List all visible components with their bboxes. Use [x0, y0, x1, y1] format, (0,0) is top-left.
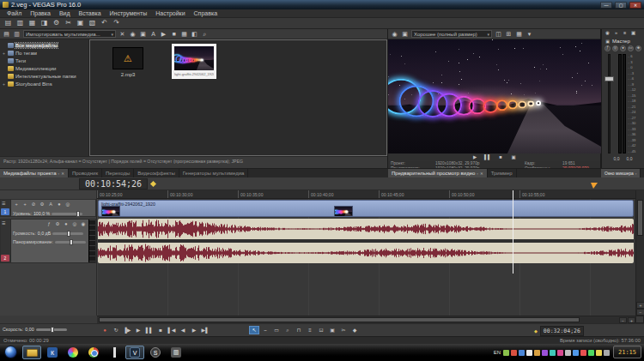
import-media-combo[interactable]: Импортировать мультимедиа... ▾ — [23, 30, 116, 38]
level-slider[interactable] — [52, 213, 82, 215]
zoom-out-time-button[interactable]: − — [619, 317, 627, 323]
tray-icon[interactable] — [573, 350, 579, 356]
zoom-out-vertical-button[interactable]: − — [636, 309, 644, 316]
previous-frame-icon[interactable]: ◀ — [178, 326, 188, 334]
record-into-icon[interactable]: ◉ — [128, 30, 137, 39]
record-icon[interactable]: ● — [100, 326, 110, 334]
next-frame-icon[interactable]: ▶ — [189, 326, 199, 334]
tray-icon[interactable] — [557, 350, 563, 356]
video-event[interactable]: light-graffiti-2942062_1920 — [98, 200, 634, 217]
zoom-preview-icon[interactable]: ⊞ — [504, 30, 513, 39]
taskbar-clock[interactable]: 21:15 — [613, 346, 641, 358]
group-icon[interactable]: ▣ — [327, 326, 337, 334]
preview-stop-icon[interactable]: ■ — [169, 30, 179, 39]
chip-fx-icon[interactable]: ƒ — [605, 45, 611, 51]
ripple-icon[interactable]: ≡ — [305, 326, 315, 334]
pin-tab-button[interactable] — [635, 171, 637, 176]
menu-item[interactable]: Настройки — [151, 9, 189, 17]
mx-list-icon[interactable]: ≡ — [621, 30, 629, 37]
mx-ff-icon[interactable]: » — [612, 30, 620, 37]
tray-icon[interactable] — [550, 350, 556, 356]
selection-edit-icon[interactable]: ▭ — [271, 326, 282, 334]
horizontal-scrollbar[interactable]: − + — [97, 316, 635, 323]
paste-icon[interactable]: ▧ — [87, 19, 98, 28]
split-icon[interactable]: ✂ — [338, 326, 349, 334]
close-icon[interactable]: ✕ — [118, 30, 127, 39]
volume-slider[interactable] — [52, 232, 83, 235]
audio-track-header[interactable]: ☰ 2 ƒ⚙●◎◉ Громкость: 0,0 дБ Панорамирова… — [0, 219, 96, 263]
search-icon[interactable]: ⌕ — [200, 30, 210, 39]
video-track-header[interactable]: ☰ 1 ++⊘⚙A●◎ Уровень: 100,0 % — [0, 199, 96, 217]
tree-item-media-bins[interactable]: Медиаколлекции — [0, 64, 88, 72]
expander-icon[interactable] — [2, 51, 6, 56]
copy-icon[interactable]: ▣ — [75, 19, 86, 28]
taskbar-app-blue[interactable]: К — [43, 346, 62, 359]
fader-thumb[interactable] — [605, 76, 614, 81]
tray-icon[interactable] — [596, 350, 602, 356]
a-automation-icon[interactable]: ⚙ — [54, 221, 61, 228]
start-button[interactable] — [4, 346, 17, 358]
tray-icon[interactable] — [604, 350, 610, 356]
pin-tab-button[interactable] — [58, 171, 60, 176]
tray-icon[interactable] — [519, 350, 525, 356]
loop-playback-icon[interactable]: ↻ — [111, 326, 121, 334]
vertical-scrollbar[interactable]: + − — [635, 190, 644, 316]
tray-icon[interactable] — [526, 350, 532, 356]
tab-trimmer[interactable]: Триммер — [488, 169, 517, 177]
taskbar-vegas[interactable]: V — [125, 346, 144, 359]
tray-icon[interactable] — [503, 350, 509, 356]
track-motion-icon[interactable]: + — [21, 202, 28, 208]
capture-video-icon[interactable]: ▣ — [138, 30, 148, 39]
cursor-timecode-display[interactable]: 00:10:54;26 — [79, 178, 148, 190]
tree-item-all-media[interactable]: Все медиафайлы — [0, 41, 88, 49]
open-project-icon[interactable]: ▥ — [15, 19, 26, 28]
extract-audio-icon[interactable]: A — [149, 30, 158, 39]
expander-icon[interactable] — [2, 81, 6, 87]
marker-icon[interactable]: ◆ — [349, 326, 360, 334]
chip-mute-icon[interactable]: ◎ — [612, 45, 618, 51]
horizontal-scroll-thumb[interactable] — [99, 317, 580, 322]
audio-event[interactable] — [98, 219, 634, 263]
stop-icon[interactable]: ■ — [155, 326, 166, 334]
chip-solo-icon[interactable]: ● — [620, 45, 626, 51]
close-button[interactable]: ✕ — [629, 2, 641, 9]
lock-env-icon[interactable]: ⊡ — [316, 326, 326, 334]
snap-icon[interactable]: ⊓ — [294, 326, 304, 334]
tab-mixer[interactable]: Окно микшера — [601, 169, 641, 177]
tray-icon[interactable] — [542, 350, 548, 356]
mute-icon[interactable]: ● — [56, 202, 63, 208]
tree-item-by-tags[interactable]: По тегам — [0, 49, 88, 57]
rate-slider[interactable] — [36, 328, 67, 331]
save-project-icon[interactable]: ▦ — [27, 19, 38, 28]
chip-meter-icon[interactable]: ▭ — [628, 45, 634, 51]
zoom-edit-icon[interactable]: ⌕ — [283, 326, 293, 334]
copy-frame-icon[interactable]: ▣ — [509, 154, 518, 161]
track-fx-icon[interactable]: ⊘ — [30, 202, 37, 208]
media-item-image[interactable]: light-graffiti-2942062_1920.jpg — [172, 44, 216, 79]
time-ruler[interactable]: 00:10:25;0000:10:30;0000:10:35;0000:10:4… — [97, 190, 635, 199]
preview-start-icon[interactable]: ▶ — [159, 30, 168, 39]
tray-icon[interactable] — [580, 350, 586, 356]
taskbar-explorer[interactable] — [22, 346, 41, 359]
a-fx-icon[interactable]: ƒ — [46, 221, 52, 228]
preview-quality-combo[interactable]: Хорошее (полный размер) ▾ — [411, 30, 492, 38]
chip-rec-icon[interactable]: ◈ — [635, 45, 641, 51]
tab-video-fx[interactable]: Видеоэффекты — [134, 169, 179, 177]
a-arm-icon[interactable]: ● — [63, 221, 70, 228]
views-small-icon[interactable]: ▥ — [12, 30, 21, 39]
taskbar-app-circle[interactable]: S — [146, 346, 165, 359]
render-as-icon[interactable]: ◨ — [39, 19, 50, 28]
pause-icon[interactable]: ▌▌ — [483, 154, 492, 161]
close-tab-button[interactable] — [61, 171, 64, 176]
track-grip[interactable]: ☰ 1 — [1, 200, 11, 216]
mx-insert-icon[interactable]: ◉ — [604, 30, 611, 37]
bypass-blur-icon[interactable]: + — [13, 202, 20, 208]
envelope-edit-icon[interactable]: ~ — [260, 326, 270, 334]
pv-external-icon[interactable]: ▣ — [400, 30, 410, 39]
language-indicator[interactable]: EN — [494, 350, 501, 355]
go-to-end-icon[interactable]: ▶▌ — [200, 326, 210, 334]
tray-icon[interactable] — [511, 350, 517, 356]
a-mute-icon[interactable]: ◎ — [71, 221, 78, 228]
cut-icon[interactable]: ✂ — [63, 19, 74, 28]
timeline-events-area[interactable]: 00:10:25;0000:10:30;0000:10:35;0000:10:4… — [97, 190, 635, 316]
